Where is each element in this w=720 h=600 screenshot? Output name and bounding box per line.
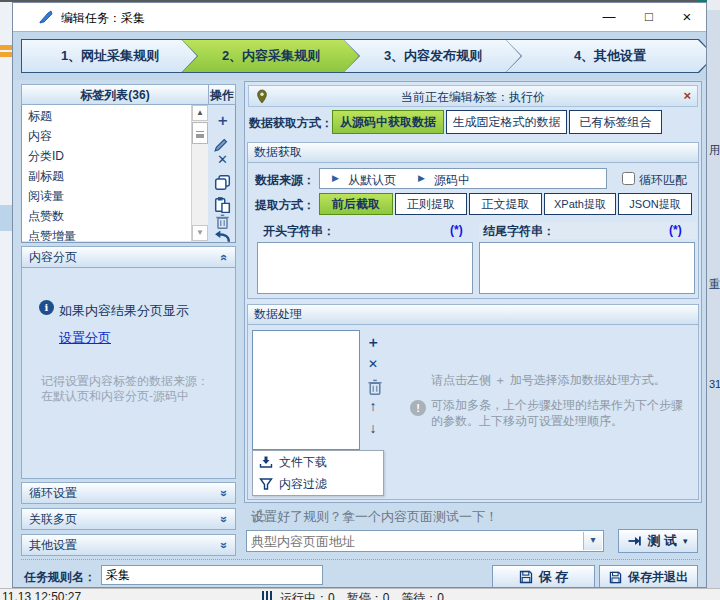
menu-item-file-download[interactable]: 文件下载 (253, 451, 383, 473)
collapse-chevron-icon[interactable]: « (213, 254, 234, 261)
clipped-text: 重 (709, 277, 720, 292)
tag-editor-panel: 当前正在编辑标签：执行价 × 数据获取方式： 从源码中获取数据 生成固定格式的数… (244, 81, 702, 503)
list-item[interactable]: 副标题 (22, 165, 208, 185)
tab-other-settings[interactable]: 4、其他设置 (505, 39, 706, 73)
process-remove-icon[interactable]: ✕ (364, 357, 382, 375)
paging-info-text: 如果内容结果分页显示 (59, 302, 189, 320)
extract-json[interactable]: JSON提取 (618, 193, 692, 215)
tab-label: 4、其他设置 (505, 39, 706, 73)
task-name-input[interactable] (101, 565, 323, 585)
add-tag-icon[interactable]: ＋ (214, 111, 231, 128)
source-step1: 从默认页 (348, 172, 396, 189)
mode-fixed-format[interactable]: 生成固定格式的数据 (446, 110, 567, 134)
process-move-up-icon[interactable]: ↑ (364, 398, 382, 416)
close-button[interactable]: × (670, 7, 704, 27)
copy-icon[interactable] (214, 174, 231, 191)
tab-label: 3、内容发布规则 (343, 39, 523, 73)
mode-tag-combo[interactable]: 已有标签组合 (569, 110, 662, 134)
process-trash-icon[interactable] (366, 378, 384, 396)
delete-x-icon[interactable]: ✕ (214, 152, 231, 169)
tab-label: 1、网址采集规则 (21, 39, 199, 73)
process-add-icon[interactable]: ＋ (364, 334, 382, 352)
stats-bars-icon (262, 591, 272, 600)
status-stats: 运行中：0 暂停：0 等待：0 (280, 590, 444, 600)
triangle-icon: ▶ (332, 173, 339, 183)
tag-list-header: 标签列表(36) (21, 84, 209, 105)
trash-icon[interactable] (214, 213, 231, 230)
source-step2: 源码中 (434, 172, 470, 189)
source-breadcrumb[interactable]: ▶ 从默认页 ▶ 源码中 (319, 168, 607, 189)
tag-list: 标题 内容 分类ID 副标题 阅读量 点赞数 点赞增量 (22, 105, 208, 241)
extract-regex[interactable]: 正则提取 (395, 193, 467, 215)
test-url-field: ▾ (246, 530, 604, 552)
minimize-button[interactable]: — (592, 7, 626, 27)
tab-content-rules[interactable]: 2、内容采集规则 (181, 39, 361, 73)
url-dropdown-icon[interactable]: ▾ (583, 532, 602, 550)
floppy-save-icon (609, 571, 622, 584)
floppy-save-icon (519, 570, 533, 584)
test-prompt: 设置好了规则？拿一个内容页面测试一下！ (251, 508, 498, 526)
list-item[interactable]: 点赞数 (22, 205, 208, 225)
menu-item-label: 文件下载 (279, 455, 327, 469)
scrollbar-thumb[interactable] (192, 122, 208, 144)
status-time: 11.13 12:50:27 (2, 590, 81, 600)
source-label: 数据来源： (255, 172, 315, 189)
content-paging-panel (21, 246, 236, 479)
expand-chevron-icon[interactable]: « (213, 490, 234, 497)
group-title: 数据获取 (248, 143, 698, 163)
parent-status-bar: 11.13 12:50:27 运行中：0 暂停：0 等待：0 (0, 588, 720, 600)
undo-icon[interactable] (214, 229, 231, 246)
mode-from-source[interactable]: 从源码中获取数据 (332, 110, 444, 134)
tab-publish-rules[interactable]: 3、内容发布规则 (343, 39, 523, 73)
paste-icon[interactable] (214, 196, 231, 213)
extract-xpath[interactable]: XPath提取 (544, 193, 616, 215)
start-string-input[interactable] (257, 242, 473, 294)
process-steps-list[interactable] (252, 330, 360, 450)
task-name-label: 任务规则名： (24, 569, 96, 586)
ops-toolbar: ＋ ✕ (209, 105, 235, 241)
list-item[interactable]: 分类ID (22, 145, 208, 165)
current-tag-bar: 当前正在编辑标签：执行价 × (248, 85, 698, 107)
list-item[interactable]: 内容 (22, 125, 208, 145)
section-title: 其他设置 (29, 538, 77, 552)
section-loop-settings[interactable]: 循环设置 « (21, 482, 236, 504)
expand-chevron-icon[interactable]: « (213, 542, 234, 549)
test-button-label: 测 试 (647, 532, 677, 550)
process-move-down-icon[interactable]: ↓ (364, 420, 382, 438)
left-strip-selection (0, 205, 12, 231)
tab-url-rules[interactable]: 1、网址采集规则 (21, 39, 199, 73)
save-button[interactable]: 保 存 (492, 565, 595, 588)
left-strip-highlight (0, 52, 12, 57)
test-dropdown-icon: ▾ (683, 536, 688, 546)
parent-window-right-strip: 用 重 31 (707, 10, 720, 588)
scroll-up-icon[interactable]: ▲ (192, 105, 208, 121)
content-paging-header[interactable]: 内容分页 « (21, 246, 236, 268)
loop-match-label: 循环匹配 (639, 172, 687, 189)
step-tabs: 1、网址采集规则 2、内容采集规则 3、内容发布规则 4、其他设置 (13, 31, 706, 80)
paging-note-line1: 记得设置内容标签的数据来源： (41, 374, 226, 389)
list-item[interactable]: 标题 (22, 105, 208, 125)
end-string-input[interactable] (479, 242, 695, 294)
section-linked-pages[interactable]: 关联多页 « (21, 508, 236, 530)
section-other-settings[interactable]: 其他设置 « (21, 534, 236, 556)
maximize-button[interactable]: □ (632, 7, 666, 27)
expand-chevron-icon[interactable]: « (213, 516, 234, 523)
section-title: 循环设置 (29, 486, 77, 500)
list-item[interactable]: 点赞增量 (22, 225, 208, 241)
edit-pencil-icon[interactable] (214, 135, 231, 152)
test-url-input[interactable] (247, 531, 583, 551)
set-paging-link[interactable]: 设置分页 (59, 329, 111, 347)
loop-match-checkbox[interactable] (622, 172, 635, 185)
close-tag-icon[interactable]: × (683, 88, 691, 103)
download-icon (259, 455, 273, 469)
scroll-down-icon[interactable]: ▼ (192, 225, 208, 241)
test-button[interactable]: 测 试 ▾ (618, 529, 698, 553)
extract-clip[interactable]: 前后截取 (319, 193, 393, 215)
list-item[interactable]: 阅读量 (22, 185, 208, 205)
resize-grip[interactable] (697, 577, 707, 588)
extract-body[interactable]: 正文提取 (469, 193, 542, 215)
menu-item-content-filter[interactable]: 内容过滤 (253, 473, 383, 495)
tag-list-scrollbar[interactable]: ▲ ▼ (191, 105, 208, 241)
title-bar[interactable]: 编辑任务：采集 — □ × (13, 3, 706, 31)
save-exit-button[interactable]: 保存并退出 (599, 565, 698, 588)
